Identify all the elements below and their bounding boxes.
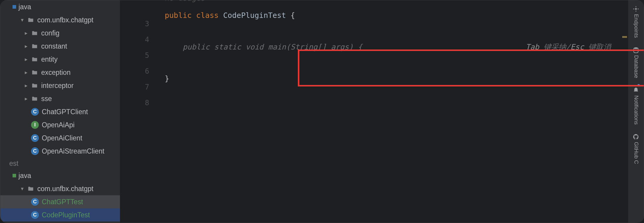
class-openaiclient[interactable]: C OpenAiClient	[0, 131, 120, 145]
tool-label: Endpoints	[633, 14, 639, 38]
svg-point-1	[634, 47, 638, 49]
chevron-right-icon[interactable]	[23, 69, 29, 76]
package-main[interactable]: com.unfbx.chatgpt	[0, 13, 120, 27]
package-icon	[27, 185, 34, 192]
chevron-down-icon[interactable]	[19, 185, 25, 192]
folder-icon	[31, 56, 38, 63]
folder-label: java	[19, 3, 31, 11]
folder-interceptor[interactable]: interceptor	[0, 79, 120, 92]
line-number[interactable]: 3	[120, 16, 149, 32]
brace-close: }	[165, 71, 169, 86]
class-chatgptclient[interactable]: C ChatGPTClient	[0, 105, 120, 118]
chevron-right-icon[interactable]	[23, 56, 29, 63]
hint-cancel: 键取消	[584, 39, 623, 55]
endpoints-icon	[633, 6, 639, 12]
line-number[interactable]: 6	[120, 64, 149, 79]
right-tool-strip: Endpoints Database Notifications GitHub …	[628, 0, 644, 223]
class-label: OpenAiApi	[42, 121, 75, 129]
bell-icon	[633, 87, 639, 94]
class-icon: C	[31, 108, 39, 116]
package-label: com.unfbx.chatgpt	[37, 185, 93, 193]
line-number[interactable]: 8	[120, 95, 149, 111]
line-number[interactable]: 5	[120, 48, 149, 64]
class-label: CodePluginTest	[42, 211, 90, 219]
class-name: CodePluginTest	[223, 7, 291, 23]
hint-esc-key: Esc	[571, 39, 584, 55]
ide-window: java com.unfbx.chatgpt config constant e…	[0, 0, 644, 223]
folder-sse[interactable]: sse	[0, 92, 120, 105]
line-number[interactable]: 7	[120, 79, 149, 95]
folder-icon	[31, 43, 38, 50]
class-icon: C	[31, 198, 39, 206]
line-gutter: 3 4 5 6 7 8	[120, 0, 159, 223]
keyword-class: class	[196, 7, 223, 23]
class-icon: C	[31, 147, 39, 155]
chevron-down-icon[interactable]	[19, 17, 25, 23]
tool-label: Database	[633, 55, 639, 78]
folder-label: config	[41, 29, 59, 37]
class-label: OpenAiStreamClient	[42, 147, 104, 155]
folder-label: sse	[41, 95, 52, 103]
test-package[interactable]: com.unfbx.chatgpt	[0, 182, 120, 195]
hint-tab-key: Tab	[526, 39, 539, 55]
keyword-public: public	[165, 7, 196, 23]
class-label: OpenAiClient	[42, 134, 82, 142]
tool-database[interactable]: Database	[631, 43, 640, 82]
chevron-right-icon[interactable]	[23, 43, 29, 49]
notification-dot-icon	[637, 84, 640, 86]
code-line-4[interactable]	[159, 23, 623, 39]
editor-scrollbar[interactable]	[623, 0, 628, 223]
code-line-7[interactable]: }	[159, 71, 623, 86]
chevron-right-icon[interactable]	[23, 82, 29, 89]
folder-label: entity	[41, 55, 58, 64]
class-chatgpttest[interactable]: C ChatGPTTest	[0, 195, 120, 208]
code-editor[interactable]: 3 4 5 6 7 8 no usages public class CodeP…	[120, 0, 628, 223]
folder-label: interceptor	[41, 82, 74, 90]
tool-notifications[interactable]: Notifications	[631, 83, 640, 128]
code-content[interactable]: no usages public class CodePluginTest { …	[159, 0, 623, 223]
interface-icon: I	[31, 121, 39, 129]
ai-code-suggestion: public static void main(String[] args) {	[165, 39, 362, 55]
gutter-hint	[120, 0, 149, 16]
class-icon: C	[31, 134, 39, 142]
folder-icon	[31, 30, 38, 37]
brace-open: {	[290, 7, 295, 23]
test-root-java[interactable]: java	[0, 169, 120, 182]
package-icon	[27, 16, 34, 24]
github-icon	[633, 134, 639, 140]
folder-icon	[31, 69, 38, 76]
test-root-icon	[13, 174, 16, 177]
folder-config[interactable]: config	[0, 27, 120, 40]
folder-label: exception	[41, 69, 70, 77]
interface-openaiapi[interactable]: I OpenAiApi	[0, 118, 120, 131]
project-tree[interactable]: java com.unfbx.chatgpt config constant e…	[0, 0, 120, 223]
code-line-8[interactable]	[159, 86, 623, 102]
usages-hint: no usages	[159, 0, 623, 4]
code-line-5-suggestion[interactable]: public static void main(String[] args) {…	[159, 39, 623, 55]
line-number[interactable]: 4	[120, 32, 149, 48]
chevron-right-icon[interactable]	[23, 30, 29, 36]
class-openaistreamclient[interactable]: C OpenAiStreamClient	[0, 145, 120, 158]
folder-icon	[31, 82, 38, 89]
class-icon: C	[31, 211, 39, 219]
database-icon	[633, 47, 639, 53]
source-root-java[interactable]: java	[0, 0, 120, 13]
code-line-6[interactable]	[159, 55, 623, 71]
source-root-icon	[13, 5, 16, 9]
folder-entity[interactable]: entity	[0, 53, 120, 66]
hint-accept: 键采纳/	[539, 39, 571, 55]
class-label: ChatGPTClient	[42, 108, 88, 116]
tool-label: Notifications	[633, 95, 639, 125]
svg-point-0	[635, 8, 637, 10]
folder-icon	[31, 95, 38, 102]
class-codeplugintest[interactable]: C CodePluginTest	[0, 208, 120, 222]
class-label: ChatGPTTest	[42, 198, 83, 206]
folder-label: java	[19, 172, 31, 180]
folder-constant[interactable]: constant	[0, 40, 120, 53]
tool-endpoints[interactable]: Endpoints	[631, 2, 640, 41]
code-line-3[interactable]: public class CodePluginTest {	[159, 7, 623, 23]
folder-exception[interactable]: exception	[0, 66, 120, 79]
chevron-right-icon[interactable]	[23, 95, 29, 102]
warning-marker[interactable]	[622, 36, 627, 38]
tool-github[interactable]: GitHub C	[631, 130, 640, 168]
